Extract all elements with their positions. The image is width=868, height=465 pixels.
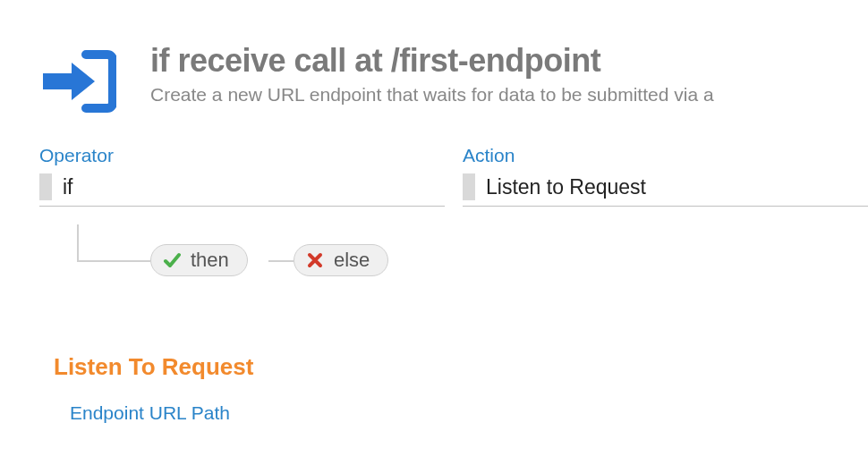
receive-call-icon [39, 46, 116, 116]
else-branch-button[interactable]: else [294, 244, 388, 276]
else-label: else [334, 249, 370, 272]
x-icon [305, 250, 325, 270]
field-prefix [39, 173, 52, 200]
operator-field: Operator if [39, 145, 445, 207]
branch-connector [268, 260, 294, 262]
operator-input[interactable]: if [39, 170, 445, 207]
then-branch-button[interactable]: then [150, 244, 248, 276]
branch-row: then else [70, 224, 868, 294]
field-prefix [463, 173, 475, 200]
branch-connector [77, 260, 150, 262]
action-input[interactable]: Listen to Request [463, 170, 868, 207]
check-icon [162, 250, 182, 270]
section-heading: Listen To Request [54, 353, 868, 381]
branch-connector [77, 224, 79, 260]
then-label: then [191, 249, 229, 272]
action-value: Listen to Request [486, 175, 646, 199]
page-title: if receive call at /first-endpoint [150, 43, 868, 79]
page-description: Create a new URL endpoint that waits for… [150, 84, 868, 106]
endpoint-url-path-label: Endpoint URL Path [70, 402, 868, 424]
operator-label: Operator [39, 145, 445, 166]
action-field: Action Listen to Request [463, 145, 868, 207]
action-label: Action [463, 145, 868, 166]
operator-value: if [63, 175, 73, 199]
